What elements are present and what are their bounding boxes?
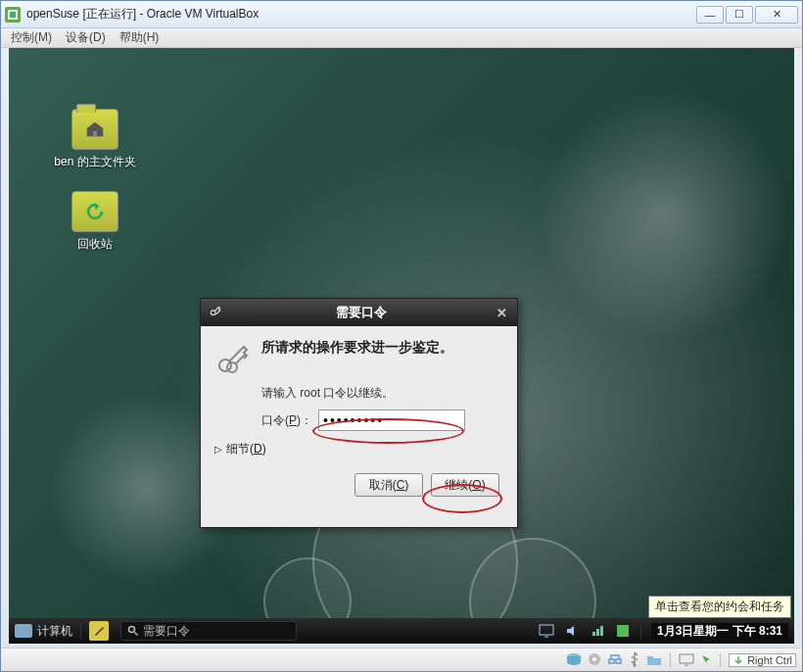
- virtualbox-icon: [5, 7, 21, 23]
- computer-icon: [15, 624, 32, 638]
- display-icon[interactable]: [539, 623, 554, 639]
- svg-rect-8: [592, 632, 595, 636]
- svg-point-14: [592, 657, 596, 661]
- hdd-icon[interactable]: [566, 652, 582, 668]
- virtualbox-statusbar: Right Ctrl: [1, 648, 802, 671]
- minimize-button[interactable]: —: [696, 6, 724, 24]
- icon-label: ben 的主文件夹: [46, 154, 144, 170]
- menu-control[interactable]: 控制(M): [11, 29, 52, 46]
- virtualbox-menubar: 控制(M) 设备(D) 帮助(H): [1, 28, 802, 48]
- continue-button[interactable]: 继续(O): [431, 473, 499, 497]
- system-tray: 1月3日星期一 下午 8:31: [539, 622, 794, 640]
- svg-rect-16: [680, 654, 693, 663]
- svg-point-3: [211, 310, 215, 314]
- volume-icon[interactable]: [564, 623, 580, 639]
- dialog-message: 请输入 root 口令以继续。: [261, 385, 503, 402]
- dialog-title: 需要口令: [228, 304, 494, 321]
- home-folder-icon[interactable]: ben 的主文件夹: [46, 109, 144, 170]
- svg-rect-11: [617, 625, 629, 637]
- svg-rect-1: [10, 12, 16, 18]
- search-text: 需要口令: [143, 623, 190, 640]
- guest-screen: ben 的主文件夹 回收站 需要口令 ✕: [9, 48, 794, 644]
- notes-button[interactable]: [89, 621, 109, 641]
- cancel-button[interactable]: 取消(C): [354, 473, 423, 497]
- password-input[interactable]: [318, 409, 465, 431]
- clock-tooltip: 单击查看您的约会和任务: [648, 596, 791, 618]
- trash-icon[interactable]: 回收站: [46, 191, 144, 253]
- taskbar-search[interactable]: 需要口令: [120, 621, 297, 641]
- host-key-label: Right Ctrl: [747, 654, 792, 666]
- window-titlebar[interactable]: openSuse [正在运行] - Oracle VM VirtualBox —…: [1, 1, 802, 28]
- details-expander[interactable]: ▷ 细节(D): [214, 441, 503, 457]
- menu-devices[interactable]: 设备(D): [66, 29, 106, 46]
- svg-point-6: [129, 627, 135, 633]
- updates-icon[interactable]: [615, 623, 631, 639]
- usb-icon[interactable]: [629, 651, 640, 669]
- recycle-icon: [71, 191, 118, 232]
- password-dialog: 需要口令 ✕ 所请求的操作要求进一步鉴定。 请输入 root 口令以继续。 口令…: [200, 298, 518, 528]
- mouse-integration-icon[interactable]: [700, 652, 712, 668]
- arrow-down-icon: [732, 654, 744, 666]
- guest-desktop[interactable]: ben 的主文件夹 回收站 需要口令 ✕: [9, 48, 794, 644]
- host-key-indicator[interactable]: Right Ctrl: [729, 653, 796, 667]
- cd-icon[interactable]: [588, 652, 601, 668]
- bg-glow: [538, 87, 792, 342]
- window-title: openSuse [正在运行] - Oracle VM VirtualBox: [26, 6, 696, 23]
- taskbar-clock[interactable]: 1月3日星期一 下午 8:31: [651, 623, 788, 640]
- svg-rect-10: [600, 626, 603, 636]
- separator: [80, 622, 81, 640]
- svg-rect-2: [93, 131, 97, 137]
- menu-help[interactable]: 帮助(H): [119, 29, 160, 46]
- network-icon[interactable]: [607, 652, 623, 668]
- virtualbox-window: openSuse [正在运行] - Oracle VM VirtualBox —…: [0, 0, 803, 672]
- shared-folder-icon[interactable]: [646, 652, 662, 668]
- maximize-button[interactable]: ☐: [726, 6, 753, 24]
- vrdp-icon[interactable]: [679, 652, 694, 668]
- dialog-titlebar[interactable]: 需要口令 ✕: [201, 299, 517, 326]
- keys-icon: [214, 338, 250, 377]
- guest-taskbar: 计算机 需要口令: [9, 618, 794, 644]
- network-icon[interactable]: [590, 623, 605, 639]
- key-icon: [209, 305, 222, 321]
- svg-rect-9: [596, 629, 599, 636]
- applications-menu-button[interactable]: 计算机: [15, 623, 72, 640]
- password-label: 口令(P)：: [261, 412, 312, 429]
- close-button[interactable]: ✕: [755, 6, 798, 24]
- chevron-right-icon: ▷: [214, 444, 222, 455]
- menu-label: 计算机: [37, 623, 72, 640]
- dialog-heading: 所请求的操作要求进一步鉴定。: [261, 338, 453, 377]
- icon-label: 回收站: [46, 236, 144, 253]
- folder-icon: [71, 109, 118, 150]
- separator: [640, 622, 641, 640]
- svg-rect-7: [540, 625, 553, 635]
- svg-point-15: [634, 663, 637, 666]
- dialog-close-button[interactable]: ✕: [494, 305, 509, 320]
